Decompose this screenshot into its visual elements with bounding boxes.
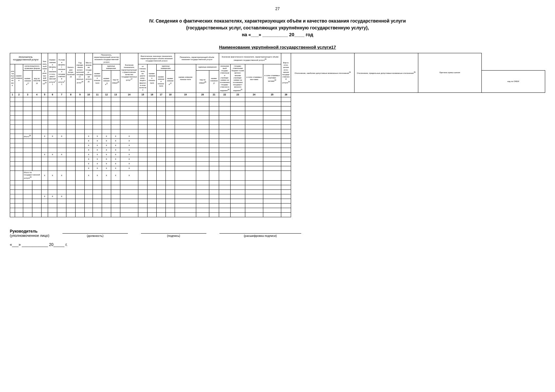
header-col9: Год опреде-ления испол-нителей государст… (76, 53, 85, 93)
header-deviation2: Отклонение, наиболее допустимые возможны… (291, 53, 355, 93)
table-row (10, 97, 545, 102)
footer-section: Руководитель (уполномоченное лицо) (долж… (10, 227, 545, 247)
header-vol-unit-name: наиме-нование27 (166, 71, 175, 93)
subtitle2: на «___» __________ 20____ год (10, 31, 545, 38)
header-col5: Уни-кальный номер реестро-вой записи20 (42, 53, 48, 93)
header-row-nums: 1 2 3 4 5 6 7 8 9 10 11 12 13 14 15 16 1… (10, 92, 545, 97)
header-state-institution: оказываемый государ-ственными учрежде-ни… (219, 64, 231, 92)
header-indicator-name: наиме-нование показа-теля (93, 64, 102, 92)
table-row (10, 106, 545, 111)
footer-title: Руководитель (10, 229, 49, 234)
header-org-form: организационно-правовая форма (23, 64, 42, 70)
page-number: 27 (10, 7, 545, 11)
main-title: IV. Сведения о фактических показателях, … (10, 18, 545, 24)
footer-item-position: (должность) (62, 227, 128, 237)
header-vol-unit: единица измерения (157, 64, 175, 70)
header-vol2-unit-name: наиме-нование27 (209, 71, 219, 93)
header-reason: Причина превы-шения (418, 53, 481, 93)
header-deviation1: Факто-отно-шения отло-жения государ-стве… (281, 53, 291, 93)
itogo-row-2: Итого по государст-венной услуге29 xxx x… (10, 171, 545, 181)
header-volume-group: Фактическое значение показателя, характе… (138, 53, 175, 64)
header-budget-auto: государ-ственными бюджет-ными автоно-мны… (231, 64, 245, 92)
header-row-1: Исполнитель государственной услуги Уни-к… (10, 53, 545, 64)
header-fact-group: Значение фактического показателя, характ… (219, 53, 281, 64)
table-row (10, 115, 545, 120)
header-org-name: наиме-нование17 (23, 71, 32, 93)
header-col8: Катего-рии потре-бителей23 (66, 53, 76, 93)
table-row (10, 111, 545, 115)
table-row (10, 203, 545, 208)
header-deviation3: Отклонение, предельные допустимые возмож… (355, 53, 418, 93)
header-vol2-okei: код по ОКЕИ (481, 71, 545, 93)
footer-decode-label: (расшифровка подписи) (244, 234, 277, 237)
itogo-label-1: Итого29 (23, 134, 32, 139)
table-row: xxxxx (10, 157, 545, 162)
footer-position-label: (должность) (87, 234, 104, 237)
table-row (10, 208, 545, 212)
table-row (10, 199, 545, 203)
table-row: xxxxx (10, 139, 545, 143)
header-col10: Место оказания государ-ственной услуги25 (85, 53, 93, 93)
table-row (10, 120, 545, 124)
footer-line: Руководитель (уполномоченное лицо) (долж… (10, 227, 545, 237)
header-comparable1: в сопо-ставимых кан-ками (245, 64, 263, 92)
footer-item-signature: (подпись) (141, 227, 206, 237)
header-okei: код по ОКЕИ26 (111, 71, 120, 93)
table-row: xxxxx (10, 162, 545, 166)
header-name: наиме-нование (15, 64, 23, 92)
table-row: xxxxx (10, 148, 545, 153)
header-quality-group: Показатель, характеризующий качество ока… (93, 53, 120, 64)
table-row (10, 129, 545, 134)
header-from-ind2: наиме-нование показа-теля (157, 71, 166, 93)
header-col7: Условия (формы) оказания государственной… (57, 53, 66, 93)
main-table: Исполнитель государственной услуги Уни-к… (10, 53, 545, 217)
header-unit-name: наиме-нование2) (102, 71, 111, 93)
title-block: IV. Сведения о фактических показателях, … (10, 18, 545, 38)
table-row: xxxxx (10, 143, 545, 148)
subtitle1: (государственных услуг, составляющих укр… (10, 24, 545, 31)
footer-subtitle: (уполномоченное лицо) (10, 234, 49, 237)
footer-date: «___» ____________ 20_____ г. (10, 242, 545, 247)
table-row: xxx (10, 194, 545, 199)
table-row (10, 180, 545, 185)
table-row (10, 102, 545, 106)
table-row: xxxxx (10, 166, 545, 171)
header-volume2-group: Показатель, характеризующий объём оказан… (175, 53, 219, 64)
itogo-row-1: Итого29 x x x x x x x x (10, 134, 545, 139)
header-comparable2: в сопо-ставимых сертифи-катами32 (263, 64, 281, 92)
table-row (10, 189, 545, 194)
table-row: xxx xxxxx (10, 153, 545, 157)
header-col6: Наиме-нование (формы) оказания госу-дарс… (48, 53, 57, 93)
table-row (10, 212, 545, 217)
header-okopf: код по ОКОПФ19 (32, 71, 42, 93)
header-vol-okei: код по ОКЕИ28 (196, 71, 209, 93)
section-title: Наименование укрупнённой государственной… (10, 45, 545, 50)
header-unit-measure: единица измерения (102, 64, 120, 70)
header-executor: Исполнитель государственной услуги (10, 53, 42, 64)
header-vol-name: наиме-нование показа-теля (147, 64, 157, 92)
header-val-quality: Значение показателя, характеризующего фа… (120, 53, 138, 93)
table-row (10, 185, 545, 189)
header-from-indicator: от показа-теля, ха-ракте-ризу-ющего факт… (138, 64, 147, 92)
table-row (10, 124, 545, 129)
footer-item-decode: (расшифровка подписи) (219, 227, 301, 237)
header-uid: уни-кальный номер (10, 64, 15, 92)
footer-signature-label: (подпись) (167, 234, 180, 237)
header-vol2-name: наиме-нование показа-теля (175, 64, 196, 92)
header-vol2-unit: единица измерения (196, 64, 219, 70)
itogo-label-2: Итого по государст-венной услуге29 (23, 171, 42, 181)
